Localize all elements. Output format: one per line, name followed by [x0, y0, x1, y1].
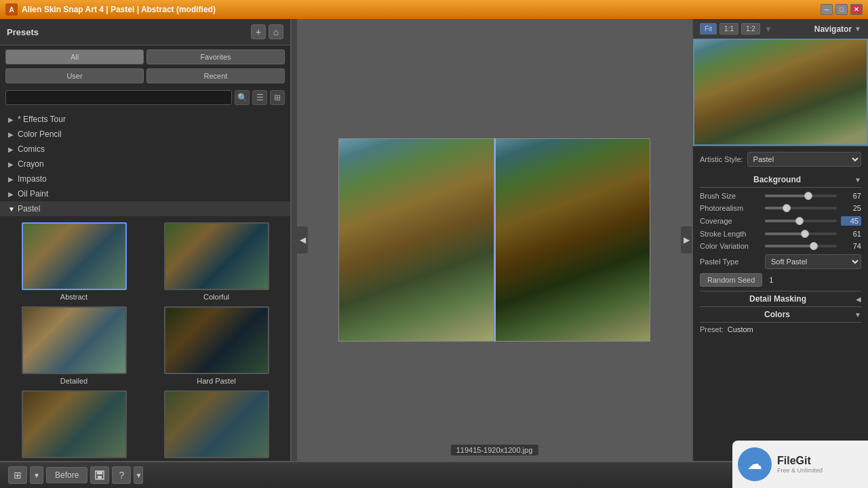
coverage-track[interactable] [765, 220, 837, 222]
photorealism-row: Photorealism 25 [700, 204, 861, 212]
svg-rect-1 [97, 471, 102, 474]
thumbnail-6[interactable] [148, 390, 285, 461]
left-collapse-arrow[interactable]: ◀ [297, 226, 308, 253]
view-dropdown-arrow[interactable]: ▼ [30, 466, 43, 484]
navigator-title: Navigator [774, 24, 852, 34]
tree-arrow: ▶ [8, 116, 18, 123]
thumbnails-area: Abstract Colorful Detailed Hard Pastel [0, 217, 290, 461]
titlebar: A Alien Skin Snap Art 4 | Pastel | Abstr… [0, 0, 868, 19]
brush-size-thumb[interactable] [804, 192, 812, 200]
navigator-thumbnail[interactable] [693, 39, 868, 146]
artistic-style-row: Artistic Style: Pastel [700, 152, 861, 167]
random-seed-row: Random Seed 1 [700, 273, 861, 287]
thumb-colorful-label: Colorful [203, 293, 229, 301]
stroke-length-fill [765, 232, 805, 235]
filegit-text: FileGit Free & Unlimited [777, 455, 823, 474]
stroke-length-thumb[interactable] [801, 230, 809, 238]
thumb-abstract-image [22, 222, 127, 290]
pastel-type-select[interactable]: Soft Pastel [765, 254, 861, 269]
view-grid-button[interactable]: ⊞ [270, 90, 285, 105]
colors-section[interactable]: Colors ▼ [700, 306, 861, 322]
tree-item-effects-tour[interactable]: ▶ * Effects Tour [0, 112, 290, 127]
left-panel: Presets + ⌂ All Favorites User Recent 🔍 … [0, 19, 292, 461]
tree-item-oil-paint[interactable]: ▶ Oil Paint [0, 186, 290, 201]
stroke-length-track[interactable] [765, 232, 837, 235]
filter-recent-button[interactable]: Recent [146, 68, 285, 83]
thumbnail-hard-pastel[interactable]: Hard Pastel [148, 306, 285, 385]
thumbnail-abstract[interactable]: Abstract [5, 222, 142, 301]
main-canvas: ◀ ▶ 119415-1920x1200.jpg [297, 19, 692, 461]
photorealism-thumb[interactable] [783, 204, 791, 212]
tree-item-color-pencil[interactable]: ▶ Color Pencil [0, 127, 290, 142]
tree-item-impasto[interactable]: ▶ Impasto [0, 171, 290, 186]
preset-value: Custom [728, 325, 753, 333]
artistic-style-select[interactable]: Pastel [747, 152, 861, 167]
tree-item-label: * Effects Tour [18, 115, 66, 124]
filegit-logo: ☁ [738, 447, 772, 481]
zoom-fit-button[interactable]: Fit [700, 23, 717, 35]
right-collapse-arrow[interactable]: ▶ [681, 226, 692, 253]
view-mode-button[interactable]: ⊞ [8, 466, 27, 484]
background-collapse-arrow[interactable]: ▼ [854, 176, 861, 184]
random-seed-button[interactable]: Random Seed [700, 273, 762, 287]
tree-item-crayon[interactable]: ▶ Crayon [0, 157, 290, 171]
tree-item-label: Oil Paint [18, 189, 48, 199]
navigator-header: Fit 1:1 1:2 ▼ Navigator ▼ [693, 19, 868, 39]
navigator-section: Fit 1:1 1:2 ▼ Navigator ▼ [693, 19, 868, 146]
presets-title: Presets [7, 27, 248, 37]
coverage-thumb[interactable] [795, 217, 804, 225]
coverage-value: 45 [841, 216, 861, 226]
resize-handle[interactable]: ⋮ [292, 19, 297, 461]
close-button[interactable]: ✕ [850, 4, 863, 15]
brush-size-fill [765, 195, 808, 197]
seed-value: 1 [769, 276, 773, 284]
thumb-detailed-image [22, 306, 127, 374]
tree-arrow: ▶ [8, 176, 18, 183]
search-input[interactable] [5, 90, 232, 105]
presets-header: Presets + ⌂ [0, 19, 290, 45]
help-dropdown-arrow[interactable]: ▼ [134, 466, 143, 484]
tree-item-label: Color Pencil [18, 129, 62, 139]
thumbnail-detailed[interactable]: Detailed [5, 306, 142, 385]
add-preset-button[interactable]: + [251, 24, 266, 39]
detail-masking-section[interactable]: Detail Masking ◀ [700, 291, 861, 306]
brush-size-track[interactable] [765, 195, 837, 197]
filter-all-button[interactable]: All [5, 49, 144, 64]
navigator-collapse-arrow[interactable]: ▼ [854, 25, 861, 33]
home-button[interactable]: ⌂ [269, 24, 283, 39]
color-variation-value: 74 [841, 242, 861, 250]
tree-item-comics[interactable]: ▶ Comics [0, 142, 290, 157]
brush-size-label: Brush Size [700, 192, 761, 200]
view-list-button[interactable]: ☰ [252, 90, 267, 105]
tree-item-label: Crayon [18, 159, 44, 169]
search-button[interactable]: 🔍 [235, 90, 250, 105]
filter-row2: User Recent [0, 68, 290, 87]
tree-arrow: ▶ [8, 161, 18, 168]
thumbnail-colorful[interactable]: Colorful [148, 222, 285, 301]
color-variation-track[interactable] [765, 245, 837, 247]
zoom-1x-button[interactable]: 1:1 [719, 23, 738, 35]
coverage-row: Coverage 45 [700, 216, 861, 226]
zoom-separator: ▼ [764, 24, 772, 34]
help-button[interactable]: ? [112, 466, 131, 484]
maximize-button[interactable]: □ [835, 4, 848, 15]
color-variation-row: Color Variation 74 [700, 242, 861, 250]
tree-arrow: ▶ [8, 190, 18, 198]
before-button[interactable]: Before [46, 467, 87, 483]
tree-item-pastel[interactable]: ▼ Pastel [0, 201, 290, 216]
colors-arrow[interactable]: ▼ [854, 311, 861, 319]
photorealism-track[interactable] [765, 207, 837, 209]
pastel-type-label: Pastel Type [700, 258, 761, 266]
export-icon-button[interactable] [90, 466, 109, 484]
background-title: Background [700, 175, 854, 184]
filter-favorites-button[interactable]: Favorites [146, 49, 285, 64]
thumb-hard-pastel-image [164, 306, 269, 374]
detail-masking-arrow[interactable]: ◀ [856, 296, 861, 303]
filter-user-button[interactable]: User [5, 68, 144, 83]
minimize-button[interactable]: ─ [821, 4, 833, 15]
color-variation-thumb[interactable] [810, 242, 818, 250]
window-controls: ─ □ ✕ [821, 4, 863, 15]
split-divider[interactable] [494, 138, 496, 342]
thumbnail-5[interactable] [5, 390, 142, 461]
zoom-2x-button[interactable]: 1:2 [741, 23, 760, 35]
